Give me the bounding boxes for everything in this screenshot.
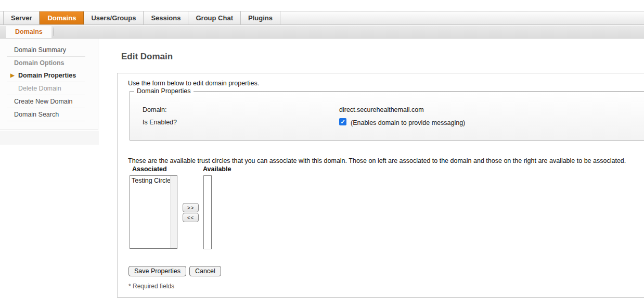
associated-listbox[interactable]: Testing Circle — [130, 175, 177, 249]
listbox-scrollbar[interactable] — [170, 176, 177, 248]
main-tab-bar: Server Domains Users/Groups Sessions Gro… — [0, 11, 644, 25]
required-fields-note: * Required fields — [128, 283, 174, 290]
domain-label: Domain: — [143, 106, 167, 113]
sidebar-separator — [7, 121, 85, 121]
sidebar-item-domain-search[interactable]: Domain Search — [0, 108, 98, 121]
is-enabled-label: Is Enabled? — [143, 119, 177, 126]
domain-properties-fieldset: Domain Properties Domain: direct.secureh… — [130, 91, 644, 141]
domain-value: direct.securehealthemail.com — [339, 106, 424, 113]
sidebar-section-domain-options: Domain Options — [0, 57, 98, 69]
form-actions: Save Properties Cancel — [128, 266, 221, 276]
is-enabled-checkbox[interactable] — [339, 118, 346, 125]
associated-header: Associated — [132, 165, 167, 173]
form-intro-text: Use the form below to edit domain proper… — [128, 80, 259, 87]
tab-domains[interactable]: Domains — [40, 11, 84, 24]
main-content: Edit Domain Use the form below to edit d… — [99, 39, 644, 306]
tab-group-chat[interactable]: Group Chat — [188, 11, 241, 24]
subnav-item-domains[interactable]: Domains — [6, 26, 51, 38]
save-properties-button[interactable]: Save Properties — [128, 266, 186, 276]
sidebar-item-domain-properties[interactable]: ▶ Domain Properties — [0, 69, 98, 82]
page-title: Edit Domain — [121, 52, 173, 62]
tab-plugins[interactable]: Plugins — [241, 11, 280, 24]
available-header: Available — [203, 165, 231, 173]
is-enabled-note: (Enables domain to provide messaging) — [351, 119, 465, 126]
trust-circles-description: These are the available trust circles th… — [128, 157, 626, 164]
cancel-button[interactable]: Cancel — [189, 266, 221, 276]
tab-server[interactable]: Server — [3, 11, 40, 24]
sidebar-item-domain-summary[interactable]: Domain Summary — [0, 44, 98, 56]
sidebar-item-delete-domain[interactable]: Delete Domain — [0, 82, 98, 95]
fieldset-legend: Domain Properties — [134, 87, 194, 95]
move-left-button[interactable]: << — [183, 213, 199, 222]
tab-sessions[interactable]: Sessions — [144, 11, 188, 24]
move-buttons-group: >> << — [183, 203, 199, 223]
active-item-arrow-icon: ▶ — [10, 69, 15, 82]
sidebar-menu: Domain Summary Domain Options ▶ Domain P… — [0, 39, 98, 130]
sidebar-item-label: Domain Properties — [18, 72, 76, 79]
available-listbox[interactable] — [203, 175, 212, 249]
subnav-divider — [54, 28, 54, 36]
move-right-button[interactable]: >> — [183, 203, 199, 212]
edit-domain-panel: Use the form below to edit domain proper… — [117, 73, 644, 298]
sidebar-item-create-new-domain[interactable]: Create New Domain — [0, 95, 98, 108]
sidebar-backdrop — [0, 131, 99, 145]
sub-nav-bar: Domains — [0, 26, 644, 39]
tab-users-groups[interactable]: Users/Groups — [84, 11, 144, 24]
